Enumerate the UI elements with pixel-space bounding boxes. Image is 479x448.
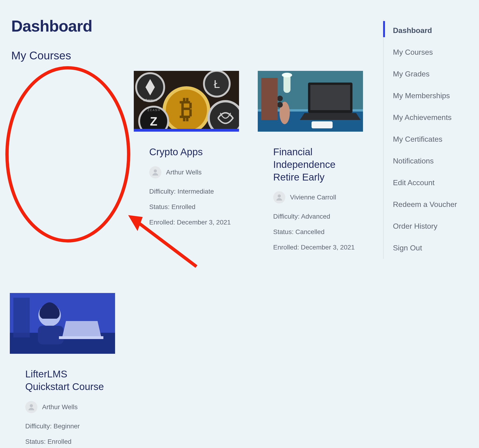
course-enrolled-date: Enrolled: December 3, 2021 [273,244,361,251]
svg-text:Ł: Ł [214,78,220,90]
laptop-work-icon [258,71,363,132]
avatar-icon [149,166,161,178]
author-name: Arthur Wells [42,403,78,411]
course-card[interactable]: ethereum ₿ Ł Z Z C A S H Crypto Ap [134,71,239,226]
crypto-coins-icon: ethereum ₿ Ł Z Z C A S H [134,71,239,132]
course-author[interactable]: Arthur Wells [25,401,113,413]
author-name: Vivienne Carroll [290,194,336,201]
course-card[interactable]: Financial Independence Retire Early Vivi… [258,71,363,251]
course-thumbnail[interactable]: ethereum ₿ Ł Z Z C A S H [134,71,239,132]
svg-point-35 [30,404,33,407]
annotation-circle-icon [7,68,129,241]
svg-rect-32 [59,336,103,339]
course-status: Status: Enrolled [149,203,237,211]
svg-rect-23 [261,78,278,120]
sidebar-item-my-grades[interactable]: My Grades [384,63,470,85]
svg-point-21 [277,96,283,101]
course-difficulty: Difficulty: Advanced [273,213,361,220]
sidebar-item-redeem-voucher[interactable]: Redeem a Voucher [384,194,470,215]
svg-point-25 [282,73,292,77]
course-title[interactable]: LifterLMS Quickstart Course [25,368,113,393]
svg-text:ethereum: ethereum [143,98,157,102]
svg-rect-31 [38,326,64,344]
author-name: Arthur Wells [166,169,202,176]
avatar-icon [273,191,285,204]
svg-text:₿: ₿ [180,94,193,123]
course-status: Status: Cancelled [273,228,361,236]
svg-rect-19 [312,121,333,128]
course-author[interactable]: Vivienne Carroll [273,191,361,204]
progress-bar [134,129,239,132]
sidebar-item-edit-account[interactable]: Edit Account [384,172,470,194]
sidebar-item-my-courses[interactable]: My Courses [384,41,470,63]
person-laptop-icon [10,293,115,354]
svg-line-36 [134,220,196,267]
sidebar-item-dashboard[interactable]: Dashboard [384,20,470,41]
sidebar-item-order-history[interactable]: Order History [384,215,470,237]
course-card[interactable]: LifterLMS Quickstart Course Arthur Wells… [10,293,115,445]
svg-rect-34 [13,298,30,337]
progress-fill [134,129,239,132]
sidebar-item-my-certificates[interactable]: My Certificates [384,128,470,150]
svg-rect-17 [310,85,350,110]
course-title[interactable]: Crypto Apps [149,146,237,158]
course-thumbnail[interactable] [10,293,115,354]
svg-marker-33 [62,321,101,336]
svg-point-26 [278,195,281,198]
course-status: Status: Enrolled [25,438,113,445]
page-title: Dashboard [11,17,386,35]
sidebar-item-sign-out[interactable]: Sign Out [384,237,470,259]
main-content: Dashboard My Courses ethereum ₿ Ł Z Z C … [11,17,386,71]
course-title[interactable]: Financial Independence Retire Early [273,146,361,183]
sidebar-item-my-memberships[interactable]: My Memberships [384,85,470,107]
svg-point-11 [209,101,239,132]
course-difficulty: Difficulty: Intermediate [149,188,237,195]
course-thumbnail[interactable] [258,71,363,132]
section-title-my-courses: My Courses [11,49,386,62]
course-difficulty: Difficulty: Beginner [25,422,113,430]
course-enrolled-date: Enrolled: December 3, 2021 [149,219,237,226]
sidebar-nav: Dashboard My Courses My Grades My Member… [383,20,470,259]
course-author[interactable]: Arthur Wells [149,166,237,178]
sidebar-item-notifications[interactable]: Notifications [384,150,470,172]
svg-point-12 [154,169,157,172]
avatar-icon [25,401,37,413]
svg-point-22 [277,102,283,108]
svg-marker-18 [300,113,361,120]
svg-text:Z C A S H: Z C A S H [148,108,160,112]
svg-text:Z: Z [150,115,157,128]
sidebar-item-my-achievements[interactable]: My Achievements [384,107,470,128]
